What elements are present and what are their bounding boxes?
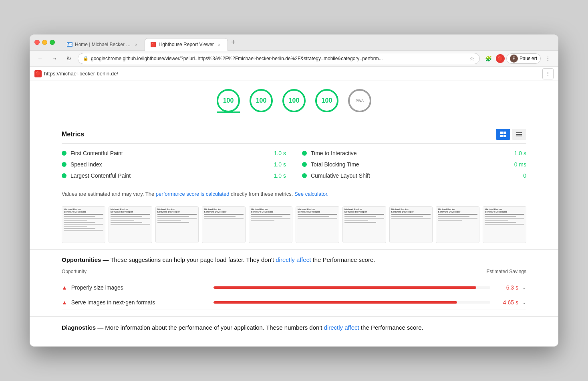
svg-rect-3 — [503, 135, 506, 137]
col-opportunity: Opportunity — [62, 269, 87, 274]
diagnostics-section: Diagnostics — More information about the… — [30, 316, 558, 339]
performance-score-link[interactable]: performance score is calculated — [156, 191, 230, 197]
metric-lcp-name: Largest Contentful Paint — [70, 172, 270, 179]
opp-name-1: Properly size images — [71, 284, 209, 291]
grid-view-toggle[interactable] — [496, 129, 510, 140]
metric-cls-dot — [302, 173, 307, 178]
filmstrip-frame-8: Michael BeckerSoftware Developer — [389, 206, 433, 243]
tab-bar: MB Home | Michael Becker - Softw... × 🔴 … — [61, 34, 238, 50]
metric-si-name: Speed Index — [70, 161, 270, 168]
back-button[interactable]: ← — [34, 53, 46, 64]
diag-desc-prefix: — More information about the performance… — [96, 324, 324, 331]
see-calculator-link[interactable]: See calculator. — [294, 191, 328, 197]
metric-cls-name: Cumulative Layout Shift — [311, 172, 519, 179]
svg-rect-0 — [500, 132, 503, 134]
description-mid: directly from these metrics. — [229, 191, 294, 197]
more-options-icon[interactable]: ⋮ — [542, 53, 554, 64]
metric-cls: Cumulative Layout Shift 0 — [302, 172, 526, 179]
traffic-lights — [34, 40, 55, 45]
opp-bar-container-2 — [213, 301, 490, 304]
metric-si-value: 1.0 s — [274, 161, 286, 168]
secondary-more-button[interactable]: ⋮ — [542, 68, 554, 79]
opp-row-2: ▲ Serve images in next-gen formats 4.65 … — [62, 295, 526, 310]
metrics-description: Values are estimated and may vary. The p… — [30, 185, 558, 203]
reload-button[interactable]: ↻ — [63, 53, 75, 64]
browser-window: MB Home | Michael Becker - Softw... × 🔴 … — [30, 34, 558, 347]
metrics-section: Metrics — [30, 122, 558, 185]
opp-desc-suffix: the Performance score. — [311, 256, 375, 263]
opportunities-title: Opportunities — [62, 256, 101, 263]
metric-lcp: Largest Contentful Paint 1.0 s — [62, 172, 286, 179]
metric-lcp-value: 1.0 s — [274, 172, 286, 179]
diagnostics-header: Diagnostics — More information about the… — [62, 323, 526, 332]
directly-affect-link-opp[interactable]: directly affect — [276, 256, 311, 263]
tab-mb-close[interactable]: × — [133, 42, 139, 47]
opp-desc-prefix: — These suggestions can help your page l… — [101, 256, 276, 263]
metric-fcp: First Contentful Paint 1.0 s — [62, 150, 286, 156]
minimize-window-button[interactable] — [42, 40, 47, 45]
opp-savings-2: 4.65 s — [494, 299, 518, 306]
diag-desc-suffix: the Performance score. — [359, 324, 423, 331]
metric-fcp-name: First Contentful Paint — [70, 150, 270, 156]
secondary-bar: 🔴 https://michael-becker-berlin.de/ ⋮ — [30, 67, 558, 81]
svg-rect-1 — [503, 132, 506, 134]
filmstrip-frame-1: Michael BeckerSoftware Developer — [62, 206, 105, 243]
svg-rect-4 — [516, 132, 522, 133]
close-window-button[interactable] — [34, 40, 40, 45]
tab-lh-close[interactable]: × — [216, 42, 222, 47]
view-toggles — [496, 129, 526, 140]
opportunities-section: Opportunities — These suggestions can he… — [30, 249, 558, 316]
profile-label: Pausiert — [520, 56, 537, 61]
metric-tbt-value: 0 ms — [514, 161, 526, 168]
title-bar: MB Home | Michael Becker - Softw... × 🔴 … — [30, 34, 558, 51]
new-tab-button[interactable]: + — [228, 36, 239, 49]
opp-warning-icon-2: ▲ — [62, 299, 67, 306]
opp-bar-container-1 — [213, 286, 490, 289]
forward-button[interactable]: → — [49, 53, 60, 64]
opp-bar-2 — [213, 301, 457, 304]
metric-si: Speed Index 1.0 s — [62, 161, 286, 168]
metric-tbt-name: Total Blocking Time — [311, 161, 510, 168]
filmstrip-frame-9: Michael BeckerSoftware Developer — [436, 206, 479, 243]
maximize-window-button[interactable] — [50, 40, 55, 45]
filmstrip-frame-10: Michael BeckerSoftware Developer — [483, 206, 526, 243]
metric-lcp-dot — [62, 173, 66, 178]
col-savings: Estimated Savings — [487, 269, 526, 274]
metric-fcp-value: 1.0 s — [274, 150, 286, 156]
filmstrip-frame-7: Michael BeckerSoftware Developer — [342, 206, 386, 243]
score-circle-accessibility: 100 — [250, 89, 273, 112]
opp-bar-1 — [213, 286, 476, 289]
address-bar[interactable]: 🔒 googlechrome.github.io/lighthouse/view… — [78, 53, 480, 64]
filmstrip-frame-6: Michael BeckerSoftware Developer — [296, 206, 339, 243]
tab-lh-favicon: 🔴 — [151, 42, 156, 47]
profile-extensions-icon[interactable]: 🔴 — [496, 54, 505, 63]
opp-name-2: Serve images in next-gen formats — [71, 299, 209, 306]
opp-savings-1: 6.3 s — [494, 284, 518, 291]
lock-icon: 🔒 — [83, 56, 89, 61]
avatar: P — [510, 55, 518, 63]
opportunities-table-header: Opportunity Estimated Savings — [62, 266, 526, 277]
metric-tti-value: 1.0 s — [514, 150, 526, 156]
profile-button[interactable]: P Pausiert — [506, 53, 541, 64]
opp-chevron-2[interactable]: ⌄ — [522, 300, 526, 305]
opp-warning-icon-1: ▲ — [62, 284, 67, 291]
score-divider-performance — [217, 111, 240, 113]
metric-tti: Time to Interactive 1.0 s — [302, 150, 526, 156]
extensions-icon[interactable]: 🧩 — [483, 53, 494, 64]
list-view-toggle[interactable] — [512, 129, 526, 140]
metrics-grid: First Contentful Paint 1.0 s Time to Int… — [62, 150, 526, 179]
tab-mb-favicon: MB — [67, 42, 72, 47]
score-circles: 100 100 100 100 PWA — [30, 89, 558, 113]
tab-lh[interactable]: 🔴 Lighthouse Report Viewer × — [145, 38, 228, 51]
directly-affect-link-diag[interactable]: directly affect — [324, 324, 359, 331]
tab-mb[interactable]: MB Home | Michael Becker - Softw... × — [61, 38, 145, 51]
metric-tbt-dot — [302, 162, 307, 167]
lighthouse-icon: 🔴 — [34, 70, 42, 77]
score-circle-performance: 100 — [217, 89, 240, 112]
metrics-header: Metrics — [62, 129, 526, 144]
diagnostics-title: Diagnostics — [62, 324, 96, 331]
bookmark-icon[interactable]: ☆ — [469, 55, 475, 62]
address-text: googlechrome.github.io/lighthouse/viewer… — [91, 56, 467, 61]
opp-chevron-1[interactable]: ⌄ — [522, 285, 526, 290]
filmstrip-frame-5: Michael BeckerSoftware Developer — [249, 206, 292, 243]
